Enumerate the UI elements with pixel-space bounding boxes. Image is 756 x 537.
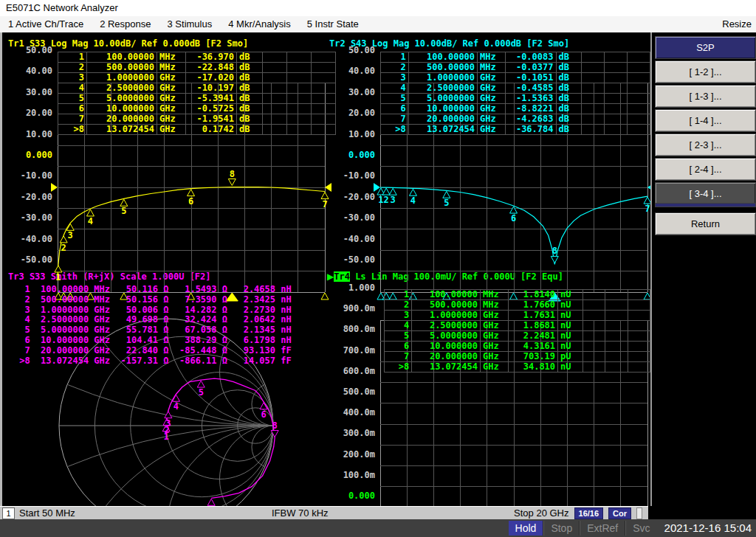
svg-text:3: 3 xyxy=(391,195,396,205)
tr3-table-row: 3 1.0000000 GHz 50.006 Ω 14.282 Ω 2.2730… xyxy=(14,305,292,315)
correction-badge: Cor xyxy=(608,507,631,519)
menu-item-4[interactable]: 4 Mkr/Analysis xyxy=(220,16,299,32)
y-tick: -40.00 xyxy=(5,234,52,244)
extref-indicator: ExtRef xyxy=(580,521,625,536)
y-tick: 40.00 xyxy=(5,66,52,76)
svg-text:5: 5 xyxy=(121,206,126,216)
y-tick: 700.0m xyxy=(328,345,375,356)
y-tick: -30.00 xyxy=(5,212,52,223)
svg-text:8: 8 xyxy=(230,169,235,179)
stop-indicator: Stop xyxy=(544,521,579,536)
y-tick: -10.00 xyxy=(5,170,52,181)
channel-number: 1 xyxy=(2,507,15,519)
softkey-3-4[interactable]: [ 3-4 ]... xyxy=(655,182,756,205)
svg-text:7: 7 xyxy=(322,199,327,209)
tr1-marker-table: 1100.00000MHz-36.970dB2500.00000MHz-22.8… xyxy=(58,52,336,135)
y-tick: 50.00 xyxy=(5,45,52,55)
tr4-title-prefix: Tr4 xyxy=(334,271,350,282)
y-tick: 500.0m xyxy=(328,387,375,397)
svg-text:4: 4 xyxy=(173,401,179,412)
ifbw-value: IFBW 70 kHz xyxy=(272,507,329,519)
menu-item-5[interactable]: 5 Instr State xyxy=(299,16,367,32)
status-end-box xyxy=(636,507,642,519)
svg-text:1: 1 xyxy=(55,272,61,283)
tr3-table-row: 2 500.00000 MHz 50.156 Ω 7.3590 Ω 2.3425… xyxy=(14,294,292,305)
softkey-menu: S2P [ 1-2 ]...[ 1-3 ]...[ 1-4 ]...[ 2-3 … xyxy=(650,32,756,506)
tr2-marker-table: 1100.00000MHz-0.0083dB2500.00000MHz-0.03… xyxy=(380,52,650,135)
datetime: 2021-12-16 15:04 xyxy=(657,521,756,536)
svg-text:5: 5 xyxy=(444,198,449,208)
tr3-table-row: 6 10.000000 GHz 104.41 Ω 388.29 Ω 6.1798… xyxy=(14,335,292,345)
menu-bar: 1 Active Ch/Trace2 Response3 Stimulus4 M… xyxy=(0,16,756,32)
svg-text:6: 6 xyxy=(261,409,266,420)
svg-text:3: 3 xyxy=(165,418,171,429)
analyzer-screen: E5071C Network Analyzer 1 Active Ch/Trac… xyxy=(0,0,756,537)
y-tick: -20.00 xyxy=(5,192,52,202)
instrument-status-bar: Hold Stop ExtRef Svc 2021-12-16 15:04 xyxy=(0,519,756,537)
graph-area: Tr1 S33 Log Mag 10.00dB/ Ref 0.000dB [F2… xyxy=(0,32,650,506)
y-tick: 0.000 xyxy=(5,150,52,160)
y-tick: 20.00 xyxy=(5,108,52,118)
svg-text:5: 5 xyxy=(199,387,204,398)
svg-text:7: 7 xyxy=(645,204,650,214)
y-tick: 900.0m xyxy=(328,303,375,313)
stop-frequency: Stop 20 GHz xyxy=(514,507,568,519)
y-tick: 400.0m xyxy=(328,407,375,418)
softkey-1-4[interactable]: [ 1-4 ]... xyxy=(655,109,756,132)
svg-text:1: 1 xyxy=(378,195,383,205)
window-title: E5071C Network Analyzer xyxy=(0,0,756,16)
tr3-table-row: 4 2.5000000 GHz 49.698 Ω 32.424 Ω 2.0642… xyxy=(14,314,292,325)
tr3-table-row: 1 100.00000 MHz 50.116 Ω 1.5493 Ω 2.4658… xyxy=(14,284,292,294)
y-tick: 600.0m xyxy=(328,366,375,376)
softkey-1-2[interactable]: [ 1-2 ]... xyxy=(655,60,756,83)
return-button[interactable]: Return xyxy=(655,212,756,235)
hold-indicator: Hold xyxy=(509,521,543,536)
svg-text:8: 8 xyxy=(552,246,557,256)
start-frequency: Start 50 MHz xyxy=(19,507,75,519)
softkey-menu-title[interactable]: S2P xyxy=(655,36,756,59)
tr3-table-row: 7 20.000000 GHz 22.840 Ω -85.448 Ω 93.13… xyxy=(14,345,292,356)
menu-item-3[interactable]: 3 Stimulus xyxy=(159,16,221,32)
y-tick: 0.000 xyxy=(328,491,375,501)
svc-indicator: Svc xyxy=(626,521,656,536)
svg-text:2: 2 xyxy=(61,243,66,253)
y-tick: -50.00 xyxy=(5,254,52,265)
y-tick: 800.0m xyxy=(328,324,375,334)
tr3-table-row: 5 5.0000000 GHz 55.781 Ω 67.058 Ω 2.1345… xyxy=(14,325,292,335)
resize-button[interactable]: Resize xyxy=(722,16,752,32)
sweep-points-badge: 16/16 xyxy=(574,507,604,519)
softkey-2-3[interactable]: [ 2-3 ]... xyxy=(655,134,756,156)
softkey-1-3[interactable]: [ 1-3 ]... xyxy=(655,85,756,108)
tr3-table-row: >8 13.072454 GHz -157.31 Ω -866.11 Ω 14.… xyxy=(14,356,292,366)
svg-text:8: 8 xyxy=(272,420,278,431)
menu-item-1[interactable]: 1 Active Ch/Trace xyxy=(0,16,92,32)
y-tick: 1.000 xyxy=(328,283,375,293)
y-tick: 300.0m xyxy=(328,428,375,438)
svg-text:6: 6 xyxy=(511,213,516,224)
y-tick: 10.00 xyxy=(5,129,52,139)
status-bar: 1 Start 50 MHz IFBW 70 kHz Stop 20 GHz 1… xyxy=(0,506,648,519)
svg-text:3: 3 xyxy=(68,230,73,240)
svg-text:4: 4 xyxy=(410,195,416,206)
svg-text:4: 4 xyxy=(88,216,93,226)
softkey-2-4[interactable]: [ 2-4 ]... xyxy=(655,158,756,181)
svg-text:2: 2 xyxy=(384,195,389,205)
y-tick: 100.0m xyxy=(328,470,375,480)
softkey-highlight xyxy=(655,203,756,207)
y-tick: 200.0m xyxy=(328,449,375,460)
svg-text:6: 6 xyxy=(188,196,193,207)
menu-item-2[interactable]: 2 Response xyxy=(92,16,159,32)
tr4-marker-table: 1100.00000MHz1.8140nU2500.00000MHz1.7660… xyxy=(384,289,650,373)
y-tick: 30.00 xyxy=(5,87,52,97)
